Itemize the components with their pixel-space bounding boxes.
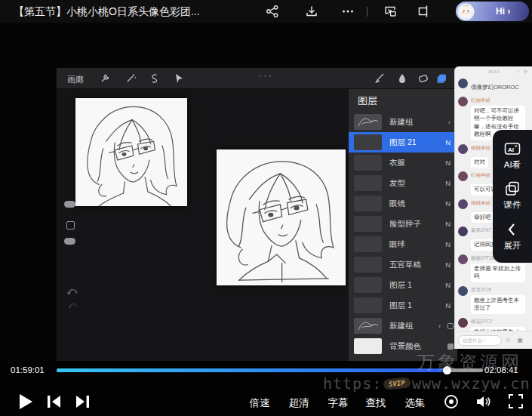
- episode-list-button[interactable]: 选集: [405, 396, 426, 410]
- video-title: 【第五节】小桃小桃O日系头像色彩团...: [14, 5, 200, 19]
- blend-mode-badge[interactable]: N: [445, 220, 451, 228]
- canvas-sketch-right: [217, 149, 346, 285]
- video-player-surface[interactable]: 画廊: [0, 23, 532, 361]
- group-chevron-icon: ›: [448, 118, 451, 126]
- layers-title: 图层: [349, 89, 457, 112]
- chat-message-text: 对对: [471, 157, 488, 168]
- layers-icon[interactable]: [435, 72, 447, 85]
- layer-row[interactable]: 眼球N: [349, 234, 457, 254]
- layer-name: 衣服: [389, 158, 445, 168]
- chat-message-body: 星月07J9她坐上次画考生本没过了: [471, 286, 529, 314]
- progress-bar[interactable]: [57, 368, 483, 372]
- layer-row[interactable]: 发型N: [349, 173, 457, 193]
- layer-thumbnail: [354, 297, 382, 313]
- pip-icon[interactable]: [383, 5, 397, 18]
- account-button[interactable]: Hi ›: [456, 2, 529, 21]
- expand-chevron-icon: [504, 222, 521, 237]
- layer-name: 新建组: [389, 117, 448, 128]
- layers-list: 新建组›图层 21N衣服N发型N眼镜N脸型脖子N眼球N五官草稿N图层 1N图层 …: [349, 112, 457, 356]
- dock-window-icon[interactable]: [417, 5, 430, 18]
- toolbar-more-dots[interactable]: ···: [259, 69, 273, 81]
- side-tools-panel: AI AI看 课件 展开: [493, 130, 532, 263]
- chat-input[interactable]: [458, 335, 502, 346]
- chat-header: 15:10 ○ ⟳: [455, 66, 532, 76]
- modify-button[interactable]: [66, 221, 75, 230]
- layer-name: 发型: [389, 178, 445, 189]
- eraser-icon[interactable]: [417, 72, 429, 85]
- quality-button[interactable]: 超清: [289, 396, 309, 410]
- gallery-button[interactable]: 画廊: [67, 74, 84, 85]
- total-time: 02:08:41: [484, 365, 518, 374]
- ai-watch-button[interactable]: AI AI看: [504, 141, 521, 171]
- progress-handle[interactable]: [443, 366, 451, 374]
- blend-mode-badge[interactable]: N: [445, 301, 451, 310]
- volume-icon[interactable]: [475, 394, 491, 409]
- blend-mode-badge[interactable]: N: [445, 179, 451, 187]
- procreate-app-window: 画廊: [57, 68, 457, 371]
- redo-icon[interactable]: ⤺: [68, 300, 77, 310]
- layer-thumbnail: [354, 114, 382, 130]
- layer-row[interactable]: 图层 1N: [349, 275, 457, 295]
- blend-mode-badge[interactable]: N: [445, 281, 451, 289]
- fullscreen-icon[interactable]: [509, 394, 523, 408]
- adjustments-wand-icon[interactable]: [125, 72, 137, 85]
- layer-name: 图层 21: [389, 137, 445, 148]
- transform-arrow-icon[interactable]: [173, 72, 185, 85]
- layer-thumbnail: [354, 216, 382, 232]
- layer-row[interactable]: 图层 1N: [349, 295, 457, 316]
- previous-episode-button[interactable]: [47, 396, 61, 408]
- subtitles-button[interactable]: 字幕: [328, 396, 349, 410]
- next-episode-button[interactable]: [75, 396, 90, 408]
- layer-row[interactable]: 背景颜色: [349, 336, 457, 356]
- brush-size-slider[interactable]: [64, 201, 75, 208]
- layer-row[interactable]: 新建组›: [349, 316, 457, 336]
- layer-thumbnail: [354, 236, 382, 252]
- layer-row[interactable]: 新建组›: [349, 112, 457, 132]
- svg-text:AI: AI: [508, 146, 514, 153]
- layer-row[interactable]: 眼镜N: [349, 193, 457, 214]
- undo-icon[interactable]: ⤺: [66, 285, 77, 297]
- blend-mode-badge[interactable]: N: [445, 138, 451, 146]
- courseware-button[interactable]: 课件: [504, 181, 521, 211]
- expand-button[interactable]: 展开: [504, 222, 521, 251]
- layer-thumbnail: [354, 155, 382, 171]
- layer-row[interactable]: 图层 21N: [349, 132, 457, 153]
- expand-label: 展开: [504, 240, 521, 251]
- blend-mode-badge[interactable]: N: [445, 240, 451, 248]
- blend-mode-badge[interactable]: N: [445, 199, 451, 208]
- layer-row[interactable]: 脸型脖子N: [349, 214, 457, 234]
- blend-mode-badge[interactable]: N: [445, 260, 451, 269]
- download-icon[interactable]: [305, 5, 318, 18]
- layer-name: 脸型脖子: [389, 219, 445, 230]
- layer-row[interactable]: 衣服N: [349, 153, 457, 173]
- playback-speed-button[interactable]: 倍速: [250, 396, 270, 410]
- progress-fill: [57, 368, 447, 372]
- more-icon[interactable]: [341, 5, 355, 18]
- procreate-toolbar: 画廊: [57, 68, 457, 89]
- layer-row[interactable]: 五官草稿N: [349, 254, 457, 275]
- search-in-video-button[interactable]: 查找: [366, 396, 386, 410]
- layers-panel: 图层 新建组›图层 21N衣服N发型N眼镜N脸型脖子N眼球N五官草稿N图层 1N…: [349, 89, 457, 371]
- chat-username: 棉花07C7: [471, 319, 529, 325]
- layer-thumbnail: [354, 338, 382, 354]
- share-icon[interactable]: [266, 5, 279, 18]
- chat-emoji-icon[interactable]: ☺ ▣: [505, 337, 525, 344]
- brush-icon[interactable]: [374, 72, 386, 85]
- layer-thumbnail: [354, 175, 382, 191]
- layer-name: 背景颜色: [389, 341, 447, 352]
- toolbar-divider: [367, 7, 367, 17]
- layer-thumbnail: [354, 134, 382, 150]
- record-screen-icon[interactable]: [444, 394, 459, 409]
- actions-wrench-icon[interactable]: [99, 72, 111, 85]
- layer-name: 眼球: [389, 239, 445, 250]
- courseware-label: 课件: [504, 199, 521, 211]
- chat-avatar: [458, 286, 468, 296]
- layer-visibility-checkbox[interactable]: [447, 344, 454, 350]
- layer-visibility-checkbox[interactable]: [447, 323, 454, 329]
- blend-mode-badge[interactable]: N: [445, 159, 451, 167]
- chat-header-icons[interactable]: ○ ⟳: [517, 69, 529, 74]
- brush-opacity-slider[interactable]: [64, 238, 75, 245]
- selection-icon[interactable]: [149, 72, 161, 85]
- play-button[interactable]: [18, 393, 33, 410]
- smudge-icon[interactable]: [396, 72, 408, 85]
